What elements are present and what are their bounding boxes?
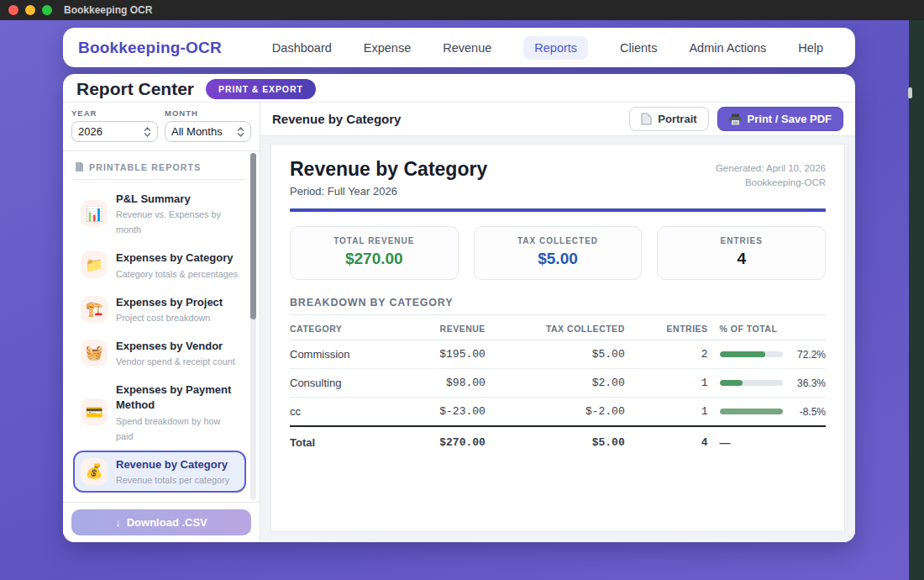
minimize-window-button[interactable] bbox=[25, 5, 35, 15]
document-icon bbox=[75, 161, 84, 172]
pct-bar bbox=[720, 351, 783, 357]
report-period: Period: Full Year 2026 bbox=[290, 185, 487, 198]
printer-icon bbox=[729, 113, 742, 125]
print-export-button[interactable]: PRINT & EXPORT bbox=[206, 79, 316, 99]
breakdown-table: CATEGORY REVENUE TAX COLLECTED ENTRIES %… bbox=[290, 317, 826, 456]
pct-bar bbox=[720, 409, 783, 414]
year-label: YEAR bbox=[71, 108, 158, 118]
pct-bar bbox=[720, 380, 783, 386]
report-item-expenses-by-category[interactable]: 📁 Expenses by Category Category totals &… bbox=[73, 244, 246, 286]
table-row-total: Total $270.00 $5.00 4 — bbox=[290, 426, 826, 456]
bar-chart-icon: 📊 bbox=[81, 200, 108, 227]
report-item-pl-summary[interactable]: 📊 P&L Summary Revenue vs. Expenses by mo… bbox=[73, 185, 246, 242]
total-revenue-card: TOTAL REVENUE $270.00 bbox=[290, 226, 459, 280]
crane-icon: 🏗️ bbox=[81, 296, 108, 323]
stepper-icon bbox=[237, 126, 244, 138]
close-window-button[interactable] bbox=[8, 5, 18, 15]
nav-item-expense[interactable]: Expense bbox=[364, 41, 411, 55]
report-item-revenue-by-category[interactable]: 💰 Revenue by Category Revenue totals per… bbox=[73, 451, 246, 493]
zoom-window-button[interactable] bbox=[42, 5, 52, 15]
folder-icon: 📁 bbox=[81, 251, 108, 278]
report-center-panel: Report Center PRINT & EXPORT YEAR 2026 M… bbox=[63, 74, 855, 542]
entries-card: ENTRIES 4 bbox=[657, 226, 826, 280]
window-controls bbox=[8, 5, 52, 15]
tax-collected-card: TAX COLLECTED $5.00 bbox=[474, 226, 643, 280]
report-divider-rule bbox=[290, 208, 826, 212]
credit-card-icon: 💳 bbox=[81, 398, 108, 425]
nav-item-revenue[interactable]: Revenue bbox=[443, 41, 491, 55]
nav-item-help[interactable]: Help bbox=[798, 41, 823, 55]
tax-collected-value: $5.00 bbox=[478, 250, 638, 268]
report-toolbar-title: Revenue by Category bbox=[272, 112, 401, 126]
download-csv-button[interactable]: ↓ Download .CSV bbox=[71, 509, 251, 535]
total-revenue-value: $270.00 bbox=[294, 250, 454, 268]
download-arrow-icon: ↓ bbox=[115, 516, 121, 529]
col-header-category: CATEGORY bbox=[290, 317, 386, 340]
nav-item-clients[interactable]: Clients bbox=[620, 41, 657, 55]
printable-reports-list: PRINTABLE REPORTS 📊 P&L Summary Revenue … bbox=[63, 151, 260, 502]
col-header-revenue: REVENUE bbox=[386, 317, 486, 340]
report-item-expenses-by-project[interactable]: 🏗️ Expenses by Project Project cost brea… bbox=[73, 288, 246, 330]
stepper-icon bbox=[144, 126, 151, 138]
col-header-tax-collected: TAX COLLECTED bbox=[486, 317, 625, 340]
nav-item-dashboard[interactable]: Dashboard bbox=[272, 41, 332, 55]
summary-cards: TOTAL REVENUE $270.00 TAX COLLECTED $5.0… bbox=[290, 226, 826, 280]
report-main-area: Revenue by Category Portrait Print / Sav… bbox=[260, 103, 855, 542]
col-header-entries: ENTRIES bbox=[625, 317, 708, 340]
month-select[interactable]: All Months bbox=[165, 121, 251, 142]
period-filters: YEAR 2026 MONTH All Months bbox=[63, 103, 260, 151]
download-area: ↓ Download .CSV bbox=[63, 502, 260, 542]
desktop-edge-artifact bbox=[908, 87, 912, 98]
breakdown-section-header: BREAKDOWN BY CATEGORY bbox=[290, 297, 826, 315]
report-generated-info: Generated: April 10, 2026 Bookkeeping-OC… bbox=[716, 158, 826, 191]
printable-reports-header: PRINTABLE REPORTS bbox=[73, 160, 246, 180]
macos-titlebar: Bookkeeping OCR bbox=[0, 0, 924, 20]
table-row-consulting: Consulting $98.00 $2.00 1 36.3% bbox=[290, 369, 826, 398]
col-header-pct-of-total: % OF TOTAL bbox=[708, 317, 826, 340]
app-logo[interactable]: Bookkeeping-OCR bbox=[78, 39, 222, 57]
entries-value: 4 bbox=[661, 250, 822, 268]
month-label: MONTH bbox=[165, 108, 251, 118]
nav-items: Dashboard Expense Revenue Reports Client… bbox=[272, 36, 823, 60]
portrait-button[interactable]: Portrait bbox=[629, 107, 708, 131]
top-navbar: Bookkeeping-OCR Dashboard Expense Revenu… bbox=[63, 28, 855, 67]
report-item-expenses-by-vendor[interactable]: 🧺 Expenses by Vendor Vendor spend & rece… bbox=[73, 332, 246, 374]
table-row-cc: cc $-23.00 $-2.00 1 -8.5% bbox=[290, 398, 826, 427]
window-title: Bookkeeping OCR bbox=[64, 4, 152, 16]
report-item-revenue-by-product[interactable]: 📦 Revenue by Product Which products driv… bbox=[73, 494, 246, 502]
report-page: Revenue by Category Period: Full Year 20… bbox=[270, 144, 845, 532]
report-title: Revenue by Category bbox=[290, 158, 487, 181]
report-toolbar: Revenue by Category Portrait Print / Sav… bbox=[260, 103, 855, 136]
page-title: Report Center bbox=[76, 79, 194, 99]
report-page-backdrop: Revenue by Category Period: Full Year 20… bbox=[260, 136, 855, 542]
print-save-pdf-button[interactable]: Print / Save PDF bbox=[717, 107, 843, 131]
nav-item-reports[interactable]: Reports bbox=[523, 36, 588, 60]
basket-icon: 🧺 bbox=[81, 340, 108, 366]
year-select[interactable]: 2026 bbox=[71, 121, 158, 142]
page-orientation-icon bbox=[641, 113, 652, 125]
sidebar-scrollbar-thumb[interactable] bbox=[250, 153, 256, 319]
table-row-commission: Commission $195.00 $5.00 2 72.2% bbox=[290, 340, 826, 369]
nav-item-admin-actions[interactable]: Admin Actions bbox=[689, 41, 766, 55]
report-item-expenses-by-payment-method[interactable]: 💳 Expenses by Payment Method Spend break… bbox=[73, 376, 246, 449]
reports-sidebar: YEAR 2026 MONTH All Months bbox=[63, 103, 260, 542]
report-center-header: Report Center PRINT & EXPORT bbox=[63, 74, 855, 103]
money-bag-icon: 💰 bbox=[81, 458, 108, 485]
